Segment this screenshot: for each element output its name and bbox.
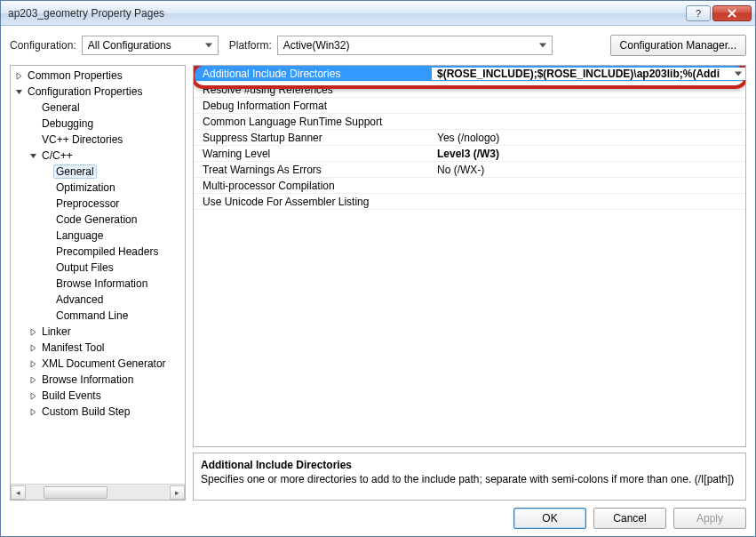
property-value[interactable]: $(ROSE_INCLUDE);$(ROSE_INCLUDE)\ap203lib… [432, 68, 745, 80]
tree-spacer [43, 311, 52, 320]
tree-label: Preprocessor [53, 196, 122, 211]
tree-label: Common Properties [25, 68, 125, 83]
property-name: Suppress Startup Banner [194, 132, 432, 144]
cancel-button[interactable]: Cancel [593, 508, 666, 529]
chevron-right-icon[interactable] [28, 407, 37, 416]
tree-item-browseinfo[interactable]: Browse Information [11, 372, 185, 388]
property-name: Common Language RunTime Support [194, 116, 432, 128]
chevron-right-icon[interactable] [28, 343, 37, 352]
tree-item-common[interactable]: Common Properties [11, 68, 185, 84]
chevron-right-icon[interactable] [28, 359, 37, 368]
tree-spacer [28, 119, 37, 128]
tree-item-linker[interactable]: Linker [11, 324, 185, 340]
configuration-label: Configuration: [10, 39, 76, 52]
tree-item-cc_opt[interactable]: Optimization [11, 180, 185, 196]
property-name: Use Unicode For Assembler Listing [194, 196, 432, 208]
tree-label: Linker [39, 325, 74, 339]
platform-combo[interactable]: Active(Win32) [277, 36, 553, 55]
scroll-thumb[interactable] [44, 486, 107, 499]
tree-label: General [53, 164, 97, 179]
tree-item-vcdirs[interactable]: VC++ Directories [11, 132, 185, 148]
property-row[interactable]: Resolve #using References [194, 82, 745, 98]
tree-item-cc_pre[interactable]: Preprocessor [11, 196, 185, 212]
tree-label: Language [53, 228, 106, 243]
property-row[interactable]: Treat Warnings As ErrorsNo (/WX-) [194, 162, 745, 178]
right-pane: Additional Include Directories$(ROSE_INC… [193, 65, 746, 501]
apply-button[interactable]: Apply [673, 508, 746, 529]
tree-label: Advanced [53, 293, 106, 307]
chevron-down-icon[interactable] [14, 87, 23, 96]
configuration-manager-button[interactable]: Configuration Manager... [610, 35, 746, 56]
tree-item-general[interactable]: General [11, 100, 185, 116]
tree-item-cc_lang[interactable]: Language [11, 228, 185, 244]
property-name: Additional Include Directories [194, 68, 432, 80]
chevron-right-icon[interactable] [28, 327, 37, 336]
tree-label: Browse Information [39, 373, 136, 387]
close-icon [728, 9, 736, 18]
property-row[interactable]: Multi-processor Compilation [194, 178, 745, 194]
configuration-value: All Configurations [88, 39, 171, 52]
tree-label: Configuration Properties [25, 84, 145, 99]
tree-spacer [43, 167, 52, 176]
tree-spacer [43, 263, 52, 272]
tree-item-custom[interactable]: Custom Build Step [11, 404, 185, 420]
scroll-right-arrow[interactable]: ▸ [170, 485, 185, 500]
chevron-right-icon[interactable] [28, 375, 37, 384]
tree-spacer [43, 231, 52, 240]
tree-item-cc_pch[interactable]: Precompiled Headers [11, 244, 185, 260]
property-row[interactable]: Warning LevelLevel3 (/W3) [194, 146, 745, 162]
tree-label: Optimization [53, 180, 118, 195]
platform-label: Platform: [229, 39, 272, 52]
tree-item-debugging[interactable]: Debugging [11, 116, 185, 132]
tree-label: Custom Build Step [39, 405, 132, 419]
tree-item-manifest[interactable]: Manifest Tool [11, 340, 185, 356]
property-row[interactable]: Suppress Startup BannerYes (/nologo) [194, 130, 745, 146]
help-button[interactable]: ? [686, 5, 711, 21]
property-row[interactable]: Additional Include Directories$(ROSE_INC… [194, 66, 745, 82]
description-title: Additional Include Directories [201, 459, 738, 471]
tree-item-cc_out[interactable]: Output Files [11, 260, 185, 276]
tree-spacer [43, 199, 52, 208]
title-bar[interactable]: ap203_geometry Property Pages ? [1, 1, 755, 26]
property-row[interactable]: Use Unicode For Assembler Listing [194, 194, 745, 210]
configuration-combo[interactable]: All Configurations [82, 36, 219, 55]
chevron-right-icon[interactable] [28, 391, 37, 400]
property-name: Resolve #using References [194, 84, 432, 96]
scroll-left-arrow[interactable]: ◂ [11, 485, 26, 500]
tree-spacer [43, 183, 52, 192]
tree-item-xmldoc[interactable]: XML Document Generator [11, 356, 185, 372]
dialog-buttons: OK Cancel Apply [10, 508, 746, 529]
close-button[interactable] [712, 5, 752, 21]
tree-item-cc_cmd[interactable]: Command Line [11, 308, 185, 324]
window-title: ap203_geometry Property Pages [8, 7, 684, 20]
chevron-down-icon[interactable] [28, 151, 37, 160]
tree-item-buildevents[interactable]: Build Events [11, 388, 185, 404]
tree-item-cc_browse[interactable]: Browse Information [11, 276, 185, 292]
description-pane: Additional Include Directories Specifies… [193, 453, 746, 501]
tree-item-cc_general[interactable]: General [11, 164, 185, 180]
property-row[interactable]: Debug Information Format [194, 98, 745, 114]
tree-label: C/C++ [39, 148, 76, 163]
scroll-track[interactable] [26, 485, 170, 500]
property-grid[interactable]: Additional Include Directories$(ROSE_INC… [193, 65, 746, 447]
tree-label: Output Files [53, 260, 116, 275]
property-value[interactable]: Yes (/nologo) [432, 132, 745, 144]
tree-item-cc_codegen[interactable]: Code Generation [11, 212, 185, 228]
tree-label: XML Document Generator [39, 357, 169, 371]
description-text: Specifies one or more directories to add… [201, 473, 738, 485]
tree-item-configprops[interactable]: Configuration Properties [11, 84, 185, 100]
chevron-right-icon[interactable] [14, 71, 23, 80]
tree-label: Debugging [39, 116, 96, 131]
property-row[interactable]: Common Language RunTime Support [194, 114, 745, 130]
ok-button[interactable]: OK [513, 508, 586, 529]
tree-h-scrollbar[interactable]: ◂ ▸ [11, 484, 185, 500]
tree-item-ccpp[interactable]: C/C++ [11, 148, 185, 164]
property-value[interactable]: No (/WX-) [432, 164, 745, 176]
tree-spacer [43, 279, 52, 288]
tree-spacer [43, 295, 52, 304]
tree-item-cc_adv[interactable]: Advanced [11, 292, 185, 308]
dialog-window: ap203_geometry Property Pages ? Configur… [0, 0, 756, 537]
property-value[interactable]: Level3 (/W3) [432, 148, 745, 160]
property-name: Multi-processor Compilation [194, 180, 432, 192]
category-tree[interactable]: Common PropertiesConfiguration Propertie… [10, 65, 186, 501]
